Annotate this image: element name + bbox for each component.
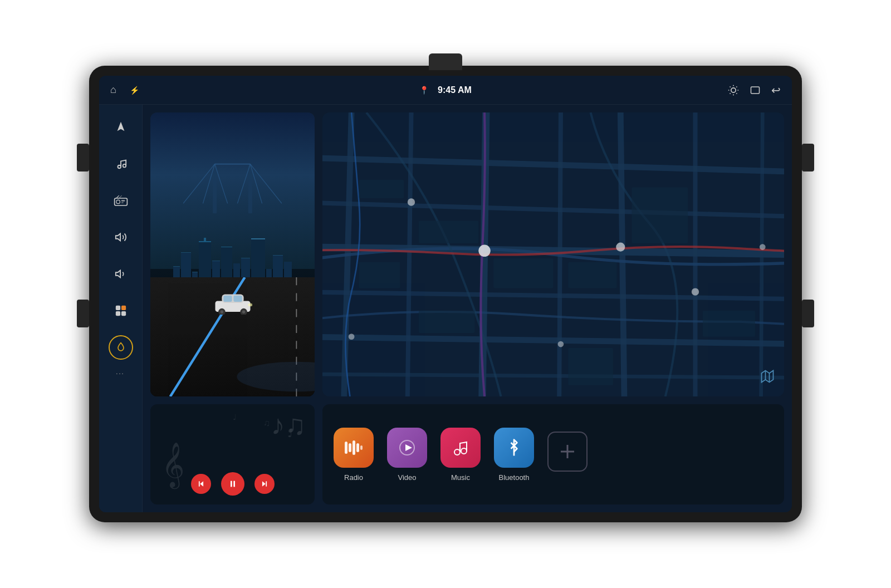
note-decoration-1: ♩	[287, 427, 292, 440]
usb-icon: ⚡	[130, 86, 139, 95]
svg-point-43	[242, 311, 245, 314]
svg-line-4	[736, 93, 737, 94]
svg-rect-78	[198, 481, 199, 486]
svg-marker-77	[200, 481, 203, 486]
svg-rect-39	[233, 296, 242, 302]
svg-rect-70	[568, 262, 616, 288]
svg-rect-86	[356, 443, 359, 452]
svg-rect-80	[233, 481, 235, 487]
svg-rect-67	[419, 221, 478, 243]
svg-rect-24	[248, 164, 252, 213]
svg-rect-69	[359, 262, 400, 288]
location-pin-icon: 📍	[419, 86, 429, 95]
svg-point-65	[760, 244, 766, 250]
left-bracket-bottom	[77, 300, 89, 327]
svg-rect-83	[345, 442, 347, 454]
svg-rect-72	[419, 311, 475, 333]
svg-marker-89	[405, 444, 412, 451]
svg-line-28	[250, 164, 282, 203]
video-app-item[interactable]: Video	[387, 428, 427, 482]
top-bracket	[429, 53, 462, 70]
map-roads-svg	[322, 112, 784, 396]
svg-line-8	[736, 86, 737, 87]
svg-line-7	[730, 93, 731, 94]
main-content: •••	[99, 105, 792, 512]
top-row	[150, 112, 784, 396]
radio-app-icon	[334, 428, 374, 468]
svg-point-35	[237, 362, 315, 392]
treble-clef-decoration: 𝄞	[161, 442, 184, 488]
svg-point-63	[558, 341, 564, 347]
music-sidebar-button[interactable]	[109, 151, 133, 176]
svg-point-91	[461, 448, 467, 454]
svg-line-58	[761, 112, 763, 396]
next-track-button[interactable]	[254, 474, 275, 494]
svg-rect-9	[751, 87, 760, 94]
radio-app-item[interactable]: Radio	[334, 428, 374, 482]
svg-line-25	[183, 164, 215, 203]
top-bar-left: ⌂ ⚡	[110, 84, 222, 96]
radio-sidebar-button[interactable]	[109, 188, 133, 213]
left-sidebar: •••	[99, 105, 143, 512]
svg-point-61	[408, 198, 415, 205]
map-panel[interactable]	[322, 112, 784, 396]
app-grid: Radio Video	[334, 428, 588, 482]
window-button[interactable]	[750, 85, 760, 95]
svg-rect-73	[703, 311, 755, 337]
volume-up-sidebar-button[interactable]	[109, 225, 133, 249]
camera-scene	[150, 112, 315, 396]
video-app-label: Video	[398, 473, 416, 482]
map-background	[322, 112, 784, 396]
content-area: 𝄞 ♪♫ ♩ ♫ ♩	[143, 105, 792, 512]
svg-rect-21	[115, 311, 120, 316]
music-app-item[interactable]: Music	[440, 428, 481, 482]
bluetooth-app-item[interactable]: Bluetooth	[494, 428, 534, 482]
svg-point-14	[116, 200, 120, 204]
svg-rect-68	[493, 258, 553, 288]
more-sidebar-button[interactable]: •••	[116, 372, 125, 375]
home-button[interactable]: ⌂	[110, 84, 116, 96]
svg-point-60	[616, 243, 625, 252]
music-app-label: Music	[451, 473, 470, 482]
nav-sidebar-button[interactable]	[109, 115, 133, 139]
apps-sidebar-button[interactable]	[109, 298, 133, 323]
more-apps-item[interactable]	[547, 432, 588, 477]
back-button[interactable]: ↩	[771, 84, 781, 97]
oil-button[interactable]	[109, 335, 133, 360]
svg-rect-74	[568, 348, 613, 385]
camera-panel[interactable]	[150, 112, 315, 396]
volume-down-sidebar-button[interactable]	[109, 262, 133, 286]
car-head-unit: MIC 🎤 RST ⏻ ⌂ ↩ ▲+ ▼- ⌂ ⚡ 📍 9:45 AM	[89, 66, 802, 522]
top-bar-right: ↩	[669, 84, 781, 97]
right-bracket-top	[802, 144, 814, 171]
svg-rect-71	[631, 187, 688, 243]
svg-marker-18	[115, 271, 120, 278]
top-bar-center: 📍 9:45 AM	[222, 85, 669, 95]
music-panel: 𝄞 ♪♫ ♩ ♫ ♩	[150, 404, 315, 504]
svg-rect-20	[121, 306, 125, 310]
map-expand-icon[interactable]	[760, 369, 775, 388]
time-display: 9:45 AM	[438, 85, 472, 95]
svg-point-90	[454, 449, 460, 455]
video-app-icon	[387, 428, 427, 468]
svg-rect-23	[213, 164, 217, 213]
svg-point-64	[349, 334, 355, 340]
svg-point-59	[478, 245, 490, 257]
svg-rect-16	[121, 202, 123, 203]
note-decoration-2: ♫	[263, 418, 270, 428]
svg-marker-10	[117, 122, 124, 131]
svg-rect-82	[266, 481, 267, 486]
brightness-button[interactable]	[728, 85, 739, 96]
svg-rect-87	[360, 445, 363, 450]
play-pause-button[interactable]	[221, 472, 244, 496]
screen: ⌂ ⚡ 📍 9:45 AM	[99, 76, 792, 512]
svg-marker-81	[262, 481, 265, 486]
svg-rect-38	[223, 296, 232, 302]
svg-rect-85	[353, 440, 355, 455]
svg-rect-66	[359, 180, 404, 199]
svg-rect-19	[115, 306, 120, 310]
svg-point-41	[220, 311, 223, 314]
left-bracket-top	[77, 144, 89, 171]
prev-track-button[interactable]	[191, 474, 211, 494]
svg-point-62	[692, 288, 699, 295]
